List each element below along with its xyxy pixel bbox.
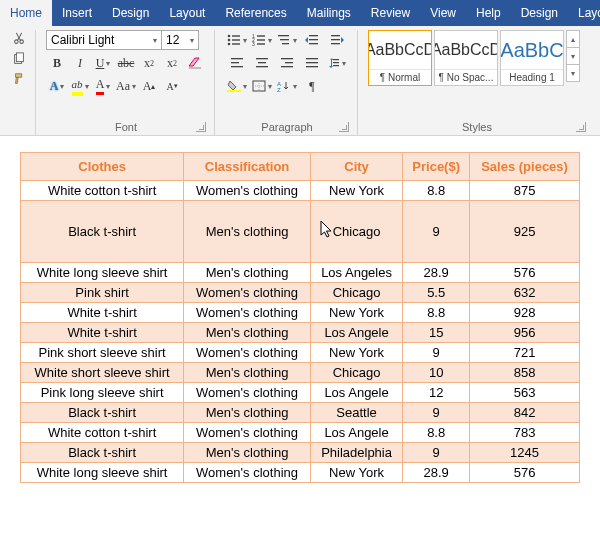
tab-home[interactable]: Home (0, 0, 52, 26)
table-cell[interactable]: 956 (470, 323, 580, 343)
table-cell[interactable]: Los Angele (310, 323, 402, 343)
change-case-button[interactable]: Aa (115, 76, 137, 96)
table-row[interactable]: Black t-shirtMen's clothingPhiladelphia9… (21, 443, 580, 463)
table-cell[interactable]: Men's clothing (184, 263, 311, 283)
table-cell[interactable]: White short sleeve shirt (21, 363, 184, 383)
table-cell[interactable]: Women's clothing (184, 343, 311, 363)
table-header[interactable]: Clothes (21, 153, 184, 181)
table-header[interactable]: Price($) (403, 153, 470, 181)
table-cell[interactable]: Men's clothing (184, 403, 311, 423)
table-cell[interactable]: Women's clothing (184, 423, 311, 443)
table-row[interactable]: White t-shirtWomen's clothingNew York8.8… (21, 303, 580, 323)
tab-mailings[interactable]: Mailings (297, 0, 361, 26)
table-cell[interactable]: Black t-shirt (21, 443, 184, 463)
style-tile-nospacing[interactable]: AaBbCcD ¶ No Spac... (434, 30, 498, 86)
table-row[interactable]: Black t-shirtMen's clothingSeattle9842 (21, 403, 580, 423)
underline-button[interactable]: U (92, 53, 114, 73)
borders-button[interactable] (250, 76, 274, 96)
tab-references[interactable]: References (215, 0, 296, 26)
table-cell[interactable]: Women's clothing (184, 181, 311, 201)
align-center-button[interactable] (250, 53, 274, 73)
text-effects-button[interactable]: A (46, 76, 68, 96)
table-cell[interactable]: Women's clothing (184, 383, 311, 403)
font-name-combo[interactable]: Calibri Light ▾ (46, 30, 162, 50)
font-size-combo[interactable]: 12 ▾ (161, 30, 199, 50)
table-row[interactable]: Pink long sleeve shirtWomen's clothingLo… (21, 383, 580, 403)
table-cell[interactable]: White long sleeve shirt (21, 463, 184, 483)
styles-scroll-up[interactable]: ▴ (566, 30, 580, 48)
table-cell[interactable]: Los Angeles (310, 263, 402, 283)
table-cell[interactable]: White cotton t-shirt (21, 423, 184, 443)
bold-button[interactable]: B (46, 53, 68, 73)
tab-design[interactable]: Design (102, 0, 159, 26)
table-cell[interactable]: New York (310, 343, 402, 363)
tab-design[interactable]: Design (511, 0, 568, 26)
table-cell[interactable]: White long sleeve shirt (21, 263, 184, 283)
table-cell[interactable]: Pink long sleeve shirt (21, 383, 184, 403)
shading-button[interactable] (225, 76, 249, 96)
table-cell[interactable]: Chicago (310, 363, 402, 383)
styles-scroll-down[interactable]: ▾ (566, 47, 580, 65)
clear-formatting-button[interactable] (184, 53, 206, 73)
multilevel-list-button[interactable] (275, 30, 299, 50)
table-cell[interactable]: Chicago (310, 201, 402, 263)
tab-insert[interactable]: Insert (52, 0, 102, 26)
align-left-button[interactable] (225, 53, 249, 73)
table-cell[interactable]: 721 (470, 343, 580, 363)
table-cell[interactable]: Women's clothing (184, 283, 311, 303)
increase-indent-button[interactable] (325, 30, 349, 50)
subscript-button[interactable]: x2 (138, 53, 160, 73)
table-cell[interactable]: 925 (470, 201, 580, 263)
table-cell[interactable]: Chicago (310, 283, 402, 303)
styles-expand[interactable]: ▾ (566, 64, 580, 82)
table-cell[interactable]: 9 (403, 403, 470, 423)
table-cell[interactable]: 783 (470, 423, 580, 443)
table-row[interactable]: White long sleeve shirtMen's clothingLos… (21, 263, 580, 283)
tab-review[interactable]: Review (361, 0, 420, 26)
table-row[interactable]: Black t-shirtMen's clothingChicago9925 (21, 201, 580, 263)
superscript-button[interactable]: x2 (161, 53, 183, 73)
highlight-button[interactable]: ab (69, 76, 91, 96)
table-cell[interactable]: New York (310, 303, 402, 323)
strikethrough-button[interactable]: abc (115, 53, 137, 73)
table-cell[interactable]: Philadelphia (310, 443, 402, 463)
table-cell[interactable]: Los Angele (310, 423, 402, 443)
styles-dialog-launcher[interactable] (576, 122, 586, 132)
table-cell[interactable]: Black t-shirt (21, 403, 184, 423)
table-cell[interactable]: White t-shirt (21, 323, 184, 343)
table-cell[interactable]: 10 (403, 363, 470, 383)
table-cell[interactable]: Men's clothing (184, 363, 311, 383)
table-cell[interactable]: 9 (403, 201, 470, 263)
table-row[interactable]: White t-shirtMen's clothingLos Angele159… (21, 323, 580, 343)
table-cell[interactable]: White t-shirt (21, 303, 184, 323)
table-cell[interactable]: Pink short sleeve shirt (21, 343, 184, 363)
table-cell[interactable]: New York (310, 463, 402, 483)
style-tile-heading1[interactable]: AaBbC Heading 1 (500, 30, 564, 86)
table-cell[interactable]: 1245 (470, 443, 580, 463)
tab-layout[interactable]: Layout (568, 0, 600, 26)
table-cell[interactable]: White cotton t-shirt (21, 181, 184, 201)
table-cell[interactable]: 576 (470, 263, 580, 283)
table-cell[interactable]: 9 (403, 443, 470, 463)
table-cell[interactable]: Black t-shirt (21, 201, 184, 263)
table-cell[interactable]: 8.8 (403, 423, 470, 443)
data-table[interactable]: ClothesClassificationCityPrice($)Sales (… (20, 152, 580, 483)
sort-button[interactable]: AZ (275, 76, 299, 96)
table-cell[interactable]: 15 (403, 323, 470, 343)
table-row[interactable]: Pink shirtWomen's clothingChicago5.5632 (21, 283, 580, 303)
table-cell[interactable]: Women's clothing (184, 463, 311, 483)
table-cell[interactable]: 9 (403, 343, 470, 363)
table-row[interactable]: Pink short sleeve shirtWomen's clothingN… (21, 343, 580, 363)
table-cell[interactable]: Los Angele (310, 383, 402, 403)
table-cell[interactable]: 8.8 (403, 303, 470, 323)
table-cell[interactable]: 563 (470, 383, 580, 403)
table-cell[interactable]: Men's clothing (184, 323, 311, 343)
tab-help[interactable]: Help (466, 0, 511, 26)
cut-button[interactable] (9, 30, 29, 48)
document-area[interactable]: ClothesClassificationCityPrice($)Sales (… (0, 136, 600, 499)
table-row[interactable]: White cotton t-shirtWomen's clothingNew … (21, 181, 580, 201)
italic-button[interactable]: I (69, 53, 91, 73)
table-cell[interactable]: 842 (470, 403, 580, 423)
table-cell[interactable]: 928 (470, 303, 580, 323)
font-dialog-launcher[interactable] (196, 122, 206, 132)
